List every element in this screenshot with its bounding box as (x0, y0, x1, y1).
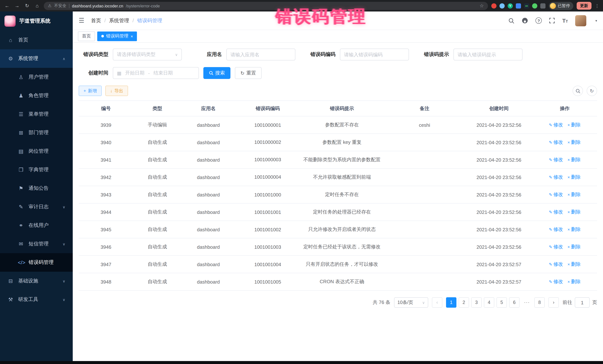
delete-link[interactable]: ×删除 (568, 278, 581, 285)
page-button[interactable]: 2 (459, 297, 469, 308)
sidebar-item-sms[interactable]: ✉短信管理∨ (0, 235, 73, 253)
sidebar-item-posts[interactable]: ▤岗位管理 (0, 142, 73, 161)
error-hint-input[interactable] (453, 49, 522, 60)
help-icon[interactable]: ? (535, 17, 542, 24)
edit-link[interactable]: ✎修改 (549, 244, 563, 250)
edit-link[interactable]: ✎修改 (549, 191, 563, 198)
cell-actions: ✎修改×删除 (533, 276, 597, 287)
table-row: 3944自动生成dashboard1001001001定时任务的处理器已经存在2… (79, 203, 597, 221)
refresh-table-button[interactable]: ↻ (587, 86, 597, 96)
delete-link[interactable]: ×删除 (568, 174, 581, 180)
delete-link[interactable]: ×删除 (568, 191, 581, 198)
delete-link[interactable]: ×删除 (568, 261, 581, 268)
app-logo[interactable]: 芋道管理系统 (0, 11, 73, 31)
edit-link[interactable]: ✎修改 (549, 278, 563, 285)
sidebar-item-dict[interactable]: ❒字典管理 (0, 161, 73, 179)
page-button[interactable]: 5 (497, 297, 507, 308)
browser-menu-icon[interactable]: ⋮ (595, 3, 599, 8)
cell-remark (384, 262, 465, 266)
address-bar[interactable]: ⚠ 不安全 dashboard.yudao.iocoder.cn/system/… (44, 2, 488, 10)
browser-profile-chip[interactable]: 已暂停 (549, 2, 573, 10)
sidebar-item-roles[interactable]: ♟角色管理 (0, 86, 73, 105)
sidebar-item-users[interactable]: ♙用户管理 (0, 68, 73, 86)
close-icon[interactable]: × (131, 34, 133, 38)
sidebar-item-menus[interactable]: ☰菜单管理 (0, 105, 73, 123)
page-button[interactable]: 4 (484, 297, 494, 308)
extension-icon[interactable]: on (524, 3, 529, 8)
delete-link[interactable]: ×删除 (568, 139, 581, 146)
browser-home-icon[interactable]: ⌂ (34, 3, 40, 9)
edit-link[interactable]: ✎修改 (549, 157, 563, 163)
column-header: 备注 (384, 105, 465, 112)
page-button[interactable]: 8 (534, 297, 545, 308)
sidebar-item-devtools[interactable]: ⚒研发工具∨ (0, 290, 73, 309)
breadcrumb: 首页 / 系统管理 / 错误码管理 (91, 17, 162, 24)
reload-icon[interactable]: ↻ (24, 3, 30, 9)
goto-page-input[interactable] (575, 297, 590, 308)
edit-link[interactable]: ✎修改 (549, 122, 563, 128)
delete-link[interactable]: ×删除 (568, 226, 581, 233)
edit-link[interactable]: ✎修改 (549, 226, 563, 233)
forward-icon[interactable]: → (14, 3, 20, 9)
github-icon[interactable] (522, 17, 528, 24)
sidebar-item-online[interactable]: ⚭在线用户 (0, 216, 73, 235)
prev-page-button[interactable]: ‹ (432, 297, 442, 308)
sidebar-item-notice[interactable]: ⚑通知公告 (0, 179, 73, 198)
extension-icon[interactable]: V (508, 3, 513, 8)
sidebar-item-audit[interactable]: ✎审计日志∨ (0, 198, 73, 216)
edit-link[interactable]: ✎修改 (549, 174, 563, 181)
search-button[interactable]: 搜索 (203, 67, 231, 79)
extension-icon[interactable] (499, 3, 505, 8)
chevron-down-icon: ∨ (175, 53, 178, 56)
toggle-search-button[interactable] (573, 86, 583, 96)
pin-extension-icon[interactable] (540, 3, 545, 8)
more-pages-button[interactable]: ··· (522, 297, 532, 308)
breadcrumb-item[interactable]: 系统管理 (109, 17, 129, 24)
avatar-caret-icon[interactable]: ▾ (595, 19, 597, 22)
add-button[interactable]: + 新增 (79, 86, 102, 96)
sidebar-item-label: 用户管理 (29, 74, 49, 80)
error-type-select[interactable]: 请选择错误码类型 ∨ (113, 49, 182, 60)
export-button[interactable]: ↓ 导出 (105, 86, 128, 96)
back-icon[interactable]: ← (4, 3, 10, 9)
sidebar-item-home[interactable]: ⌂首页 (0, 31, 73, 49)
delete-link[interactable]: ×删除 (568, 156, 581, 163)
extension-icon[interactable] (516, 3, 521, 8)
search-icon[interactable] (508, 18, 514, 23)
bookmark-star-icon[interactable]: ☆ (480, 3, 484, 9)
browser-update-button[interactable]: 更新 (577, 2, 591, 10)
cell-hint: 定时任务已经处于该状态，无需修改 (300, 241, 384, 253)
delete-link[interactable]: ×删除 (568, 243, 581, 250)
page-button[interactable]: 3 (471, 297, 482, 308)
edit-link[interactable]: ✎修改 (549, 261, 563, 268)
extension-icon[interactable] (532, 3, 537, 8)
date-range-picker[interactable]: ▦ 开始日期 - 结束日期 (113, 67, 199, 79)
collapse-sidebar-icon[interactable]: ☰ (79, 17, 84, 24)
page-button[interactable]: 1 (446, 297, 456, 308)
error-code-input[interactable] (340, 49, 409, 60)
tab-home[interactable]: 首页 (78, 31, 95, 41)
sidebar-item-system[interactable]: ⚙系统管理∧ (0, 49, 73, 68)
edit-link[interactable]: ✎修改 (549, 209, 563, 216)
sidebar-menu: ⌂首页⚙系统管理∧♙用户管理♟角色管理☰菜单管理⊞部门管理▤岗位管理❒字典管理⚑… (0, 31, 73, 309)
delete-link[interactable]: ×删除 (568, 121, 581, 128)
user-avatar[interactable] (575, 15, 587, 26)
extension-icon[interactable] (491, 3, 497, 8)
sidebar-item-infra[interactable]: ⊟基础设施∨ (0, 272, 73, 290)
reset-button-label: 重置 (246, 70, 256, 76)
page-size-select[interactable]: 10条/页 ∨ (394, 297, 428, 308)
next-page-button[interactable]: › (548, 297, 559, 308)
edit-link[interactable]: ✎修改 (549, 139, 563, 146)
app-name-input[interactable] (226, 49, 295, 60)
delete-label: 删除 (571, 139, 581, 146)
reset-button[interactable]: ↻ 重置 (235, 67, 262, 79)
font-size-icon[interactable]: TT (562, 18, 568, 23)
breadcrumb-item[interactable]: 首页 (91, 17, 101, 24)
tab-error-code[interactable]: 错误码管理 × (97, 31, 137, 41)
sidebar-item-errorcode[interactable]: </>错误码管理 (0, 253, 73, 272)
cell-type: 自动生成 (133, 276, 181, 287)
fullscreen-icon[interactable] (549, 18, 555, 23)
page-button[interactable]: 6 (509, 297, 520, 308)
delete-link[interactable]: ×删除 (568, 209, 581, 215)
sidebar-item-depts[interactable]: ⊞部门管理 (0, 123, 73, 142)
